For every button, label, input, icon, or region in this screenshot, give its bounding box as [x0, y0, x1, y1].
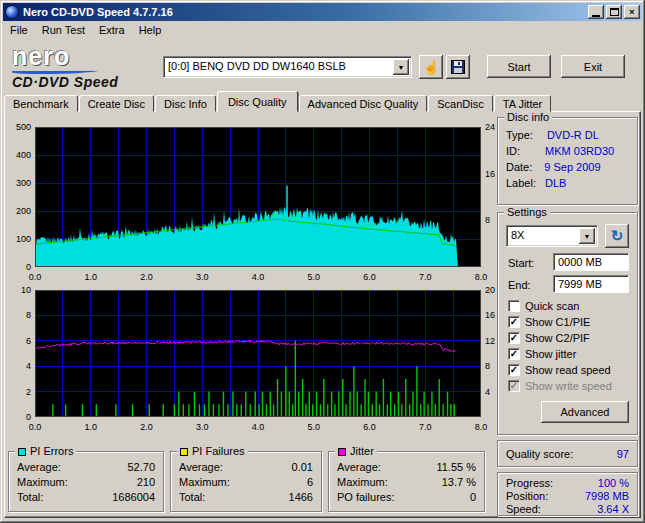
tab-disc-info[interactable]: Disc Info — [155, 95, 216, 112]
pif-jitter-chart-canvas: 1086420201612840.01.02.03.04.05.06.07.08… — [8, 285, 504, 435]
checkbox-icon: ✓ — [508, 316, 520, 328]
disc-date-label: Date: — [506, 161, 532, 173]
show-read-speed-checkbox[interactable]: ✓Show read speed — [508, 363, 611, 377]
title-bar[interactable]: Nero CD-DVD Speed 4.7.7.16 × — [3, 3, 642, 21]
start-button[interactable]: Start — [487, 55, 551, 78]
svg-text:5.0: 5.0 — [307, 422, 320, 432]
pif-average-value: 0.01 — [292, 461, 313, 473]
window-title: Nero CD-DVD Speed 4.7.7.16 — [23, 6, 586, 18]
advanced-button[interactable]: Advanced — [541, 401, 629, 423]
svg-text:200: 200 — [16, 206, 31, 216]
menu-bar: File Run Test Extra Help — [3, 21, 642, 39]
jitter-title: Jitter — [350, 445, 374, 457]
exit-button[interactable]: Exit — [561, 55, 625, 78]
svg-text:12: 12 — [485, 336, 495, 346]
quick-scan-checkbox[interactable]: Quick scan — [508, 299, 579, 313]
start-position-field[interactable]: 0000 MB — [553, 253, 629, 271]
tab-scandisc[interactable]: ScanDisc — [428, 95, 492, 112]
menu-help[interactable]: Help — [132, 22, 169, 38]
svg-text:7.0: 7.0 — [419, 422, 432, 432]
svg-text:8: 8 — [485, 215, 490, 225]
app-window: Nero CD-DVD Speed 4.7.7.16 × File Run Te… — [0, 0, 645, 523]
svg-text:8: 8 — [26, 310, 31, 320]
svg-text:0: 0 — [26, 412, 31, 422]
progress-value: 100 % — [598, 477, 629, 489]
menu-extra[interactable]: Extra — [92, 22, 132, 38]
jitter-average-value: 11.55 % — [436, 461, 476, 473]
drive-selector[interactable]: [0:0] BENQ DVD DD DW1640 BSLB ▼ — [163, 56, 412, 78]
drive-selector-value: [0:0] BENQ DVD DD DW1640 BSLB — [164, 57, 411, 75]
svg-text:10: 10 — [21, 285, 31, 295]
close-icon: × — [629, 8, 634, 17]
svg-text:500: 500 — [16, 122, 31, 132]
svg-text:5.0: 5.0 — [307, 272, 320, 282]
chevron-down-icon: ▼ — [398, 64, 405, 71]
disc-id-label: ID: — [506, 145, 520, 157]
disc-id-value: MKM 03RD30 — [545, 145, 614, 157]
tab-strip: Benchmark Create Disc Disc Info Disc Qua… — [4, 93, 552, 112]
speed-selector[interactable]: 8X ▼ — [506, 225, 598, 247]
refresh-button[interactable]: ↻ — [605, 224, 629, 248]
speed-dropdown-button[interactable]: ▼ — [579, 228, 595, 244]
disc-label-value: DLB — [545, 177, 566, 189]
svg-text:2: 2 — [26, 387, 31, 397]
menu-file[interactable]: File — [3, 22, 35, 38]
disc-date-value: 9 Sep 2009 — [544, 161, 600, 173]
svg-text:16: 16 — [485, 310, 495, 320]
pi-errors-stats-group: PI Errors Average:52.70 Maximum:210 Tota… — [8, 451, 164, 512]
tab-advanced-disc-quality[interactable]: Advanced Disc Quality — [299, 95, 428, 112]
show-jitter-checkbox[interactable]: ✓Show jitter — [508, 347, 576, 361]
svg-text:20: 20 — [485, 285, 495, 295]
pif-total-value: 1466 — [289, 491, 313, 503]
tab-ta-jitter[interactable]: TA Jitter — [494, 95, 552, 112]
app-icon — [5, 5, 19, 19]
svg-text:4: 4 — [26, 361, 31, 371]
maximize-icon — [610, 8, 619, 16]
jitter-maximum-value: 13.7 % — [442, 476, 476, 488]
settings-title: Settings — [504, 206, 550, 218]
quality-score-group: Quality score: 97 — [497, 440, 638, 467]
pie-average-value: 52.70 — [127, 461, 155, 473]
svg-text:3.0: 3.0 — [196, 272, 209, 282]
floppy-disk-icon — [451, 60, 465, 74]
nero-logo: nero CD·DVD Speed — [12, 44, 118, 90]
hand-icon: ☝ — [423, 60, 439, 75]
eject-hand-button[interactable]: ☝ — [419, 55, 443, 79]
svg-text:8.0: 8.0 — [475, 272, 488, 282]
show-write-speed-checkbox: ✓Show write speed — [508, 379, 612, 393]
quality-score-value: 97 — [617, 448, 629, 460]
svg-text:3.0: 3.0 — [196, 422, 209, 432]
tab-benchmark[interactable]: Benchmark — [4, 95, 78, 112]
svg-text:8.0: 8.0 — [475, 422, 488, 432]
svg-text:6: 6 — [26, 336, 31, 346]
minimize-icon — [592, 15, 600, 17]
show-c2-pif-checkbox[interactable]: ✓Show C2/PIF — [508, 331, 590, 345]
save-button[interactable] — [446, 55, 470, 79]
speed-label: Speed: — [506, 503, 541, 515]
show-c1-pie-checkbox[interactable]: ✓Show C1/PIE — [508, 315, 590, 329]
jitter-stats-group: Jitter Average:11.55 % Maximum:13.7 % PO… — [328, 451, 485, 512]
pif-maximum-value: 6 — [307, 476, 313, 488]
checkbox-icon — [508, 300, 520, 312]
svg-text:100: 100 — [16, 234, 31, 244]
chevron-down-icon: ▼ — [584, 233, 591, 240]
svg-text:4: 4 — [485, 387, 490, 397]
svg-text:4.0: 4.0 — [252, 272, 265, 282]
close-button[interactable]: × — [624, 5, 640, 19]
svg-text:2.0: 2.0 — [140, 422, 153, 432]
menu-run-test[interactable]: Run Test — [35, 22, 92, 38]
svg-text:7.0: 7.0 — [419, 272, 432, 282]
maximize-button[interactable] — [606, 5, 622, 19]
disc-info-group: Disc info Type:DVD-R DL ID:MKM 03RD30 Da… — [497, 117, 638, 205]
tab-disc-quality[interactable]: Disc Quality — [217, 91, 298, 112]
settings-group: Settings 8X ▼ ↻ Start: 0000 MB End: 7999… — [497, 212, 638, 435]
end-position-field[interactable]: 7999 MB — [553, 275, 629, 293]
svg-text:1.0: 1.0 — [84, 422, 97, 432]
checkbox-icon: ✓ — [508, 332, 520, 344]
start-button-label: Start — [507, 61, 530, 73]
drive-selector-dropdown-button[interactable]: ▼ — [393, 59, 409, 75]
pi-errors-title: PI Errors — [30, 445, 73, 457]
minimize-button[interactable] — [588, 5, 604, 19]
tab-create-disc[interactable]: Create Disc — [79, 95, 154, 112]
product-name-text: CD·DVD Speed — [12, 74, 118, 90]
